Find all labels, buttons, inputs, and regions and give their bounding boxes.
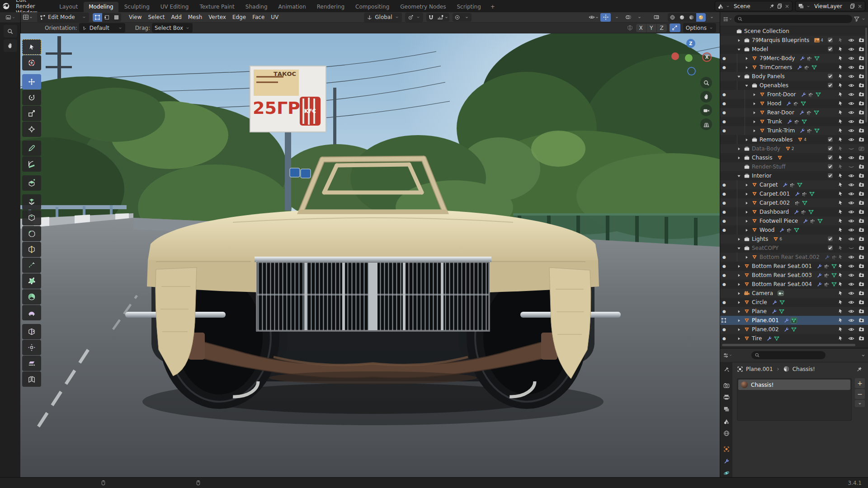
pan-tool-icon[interactable] [4, 39, 17, 52]
tool-shear[interactable] [22, 356, 41, 371]
tool-knife[interactable] [22, 258, 41, 273]
zoom-view-button[interactable] [700, 77, 712, 89]
hide-viewport-toggle-icon[interactable] [846, 236, 856, 242]
tab-geometry-nodes[interactable]: Geometry Nodes [395, 2, 451, 12]
viewport-menu-vertex[interactable]: Vertex [205, 13, 229, 21]
hide-viewport-toggle-icon[interactable] [846, 109, 856, 116]
outliner-row-hood[interactable]: ●Hood [720, 99, 868, 108]
tool-transform[interactable] [22, 122, 41, 137]
hide-viewport-toggle-icon[interactable] [846, 209, 856, 215]
viewport-menu-add[interactable]: Add [168, 13, 185, 21]
add-workspace-button[interactable]: + [487, 2, 499, 12]
hide-viewport-toggle-icon[interactable] [846, 317, 856, 324]
outliner-row-tire[interactable]: ●Tire [720, 334, 868, 343]
hide-viewport-toggle-icon[interactable] [846, 91, 856, 98]
disclosure-triangle[interactable] [736, 47, 742, 52]
outliner-row-lights[interactable]: Lights6 [720, 235, 868, 244]
tab-layout[interactable]: Layout [54, 2, 83, 12]
disable-render-toggle-icon[interactable] [856, 308, 867, 314]
outliner-vertical-scrollbar[interactable] [865, 28, 867, 122]
properties-tab-output[interactable] [722, 393, 731, 401]
slot-specials-menu[interactable] [855, 400, 865, 407]
tool-smooth[interactable] [22, 305, 41, 320]
edge-select-mode-button[interactable] [102, 13, 112, 22]
tab-uv-editing[interactable]: UV Editing [156, 2, 194, 12]
close-icon[interactable] [784, 4, 790, 9]
disable-render-toggle-icon[interactable] [856, 263, 867, 269]
outliner-row-front-door[interactable]: ●Front-Door [720, 90, 868, 99]
outliner-row-openables[interactable]: Openables [720, 81, 868, 90]
viewport-canvas[interactable]: ТАКОС 25ГРН KFC [20, 33, 720, 477]
drag-value-dropdown[interactable]: Select Box [152, 23, 193, 33]
disclosure-triangle[interactable] [736, 282, 742, 287]
selectable-toggle-icon[interactable] [835, 182, 846, 188]
exclude-checkbox[interactable] [825, 46, 835, 52]
outliner-row-seatcopy[interactable]: SeatCOPY [720, 244, 868, 253]
face-select-mode-button[interactable] [112, 13, 121, 22]
disable-render-toggle-icon[interactable] [856, 127, 867, 134]
material-slot[interactable]: Chassis! [738, 380, 850, 390]
hide-viewport-toggle-icon[interactable] [846, 272, 856, 278]
disable-render-toggle-icon[interactable] [856, 191, 867, 197]
properties-tab-scene[interactable] [722, 418, 731, 426]
proportional-editing-toggle[interactable] [453, 13, 462, 22]
disable-render-toggle-icon[interactable] [856, 326, 867, 333]
hide-viewport-toggle-icon[interactable] [846, 335, 856, 342]
selectable-toggle-icon[interactable] [835, 227, 846, 233]
exclude-checkbox[interactable] [825, 82, 835, 89]
add-slot-button[interactable]: + [855, 378, 865, 388]
disclosure-triangle[interactable] [744, 228, 750, 233]
side-editor-header[interactable] [0, 12, 20, 23]
show-overlays-toggle[interactable] [623, 13, 633, 22]
nav-axis-y[interactable] [685, 54, 693, 62]
editor-type-button[interactable] [22, 13, 33, 22]
hide-viewport-toggle-icon[interactable] [846, 164, 856, 170]
hide-viewport-toggle-icon[interactable] [846, 308, 856, 314]
disclosure-triangle[interactable] [744, 183, 750, 188]
properties-tab-render[interactable] [722, 381, 731, 389]
disclosure-triangle[interactable] [744, 219, 750, 224]
outliner-row-bottom-rear-seat-004[interactable]: ●Bottom Rear Seat.004 [720, 280, 868, 289]
hide-viewport-toggle-icon[interactable] [846, 155, 856, 161]
disable-render-toggle-icon[interactable] [856, 209, 867, 215]
hide-viewport-toggle-icon[interactable] [846, 173, 856, 179]
remove-slot-button[interactable]: − [855, 389, 865, 399]
disclosure-triangle[interactable] [744, 210, 750, 215]
correct-face-attributes-toggle[interactable] [670, 23, 680, 32]
tab-rendering[interactable]: Rendering [312, 2, 349, 12]
hide-viewport-toggle-icon[interactable] [846, 290, 856, 296]
tool-annotate[interactable] [22, 141, 41, 156]
viewport-menu-edge[interactable]: Edge [229, 13, 249, 21]
hide-viewport-toggle-icon[interactable] [846, 118, 856, 125]
object-type-visibility-dropdown[interactable] [588, 13, 599, 22]
tab-texture-paint[interactable]: Texture Paint [194, 2, 239, 12]
tool-shrink-fatten[interactable] [22, 340, 41, 355]
disclosure-triangle[interactable] [736, 74, 742, 79]
hide-viewport-toggle-icon[interactable] [846, 245, 856, 251]
hide-viewport-toggle-icon[interactable] [846, 281, 856, 287]
outliner-row-data-body[interactable]: Data-Body2 [720, 144, 868, 153]
outliner-row-plane-001[interactable]: Plane.001 [720, 316, 868, 325]
properties-tab-physics[interactable] [722, 469, 731, 477]
disclosure-triangle[interactable] [736, 318, 742, 323]
selectable-toggle-icon[interactable] [835, 73, 846, 80]
selectable-toggle-icon[interactable] [835, 136, 846, 143]
outliner-row-removables[interactable]: Removables4 [720, 135, 868, 144]
nav-axis-z-neg[interactable] [687, 67, 696, 75]
selectable-toggle-icon[interactable] [835, 200, 846, 206]
disclosure-triangle[interactable] [751, 110, 757, 115]
exclude-checkbox[interactable] [825, 245, 835, 251]
mirror-z-toggle[interactable]: Z [657, 24, 667, 32]
tool-rip-region[interactable] [22, 371, 41, 387]
perspective-toggle-button[interactable] [700, 118, 712, 130]
chevron-down-icon[interactable] [861, 353, 866, 358]
disable-render-toggle-icon[interactable] [856, 335, 867, 342]
outliner-row-79marquis-blueprints[interactable]: 79Marquis Blueprints4 [720, 36, 868, 45]
outliner-row-carpet[interactable]: ●Carpet [720, 180, 868, 189]
outliner-row-wood[interactable]: ●Wood [720, 225, 868, 235]
disable-render-toggle-icon[interactable] [856, 281, 867, 287]
disable-render-toggle-icon[interactable] [856, 299, 867, 305]
hide-viewport-toggle-icon[interactable] [846, 218, 856, 224]
selectable-toggle-icon[interactable] [835, 272, 846, 278]
disclosure-triangle[interactable] [751, 119, 757, 124]
